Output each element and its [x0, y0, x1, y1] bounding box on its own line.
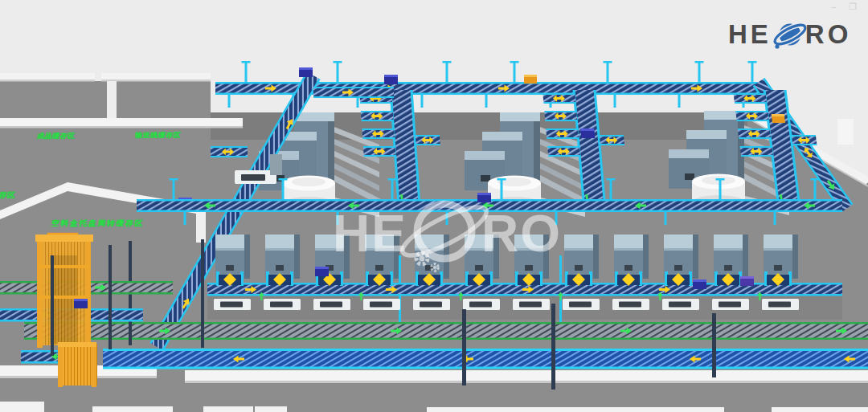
- conveyor-return-lower: [103, 349, 868, 369]
- conveyor-return-upper: [24, 322, 868, 340]
- restore-button[interactable]: ❐: [849, 2, 857, 11]
- window-controls: – ❐: [831, 2, 857, 11]
- logo-text-left: HE: [728, 19, 772, 50]
- floor-zone-label: 成品缓存区: [36, 132, 76, 141]
- brand-logo: HE RO: [728, 14, 851, 55]
- minimize-button[interactable]: –: [831, 2, 836, 11]
- conveyor-top-stub: [313, 87, 394, 98]
- simulation-viewport[interactable]: [0, 0, 868, 412]
- logo-text-right: RO: [805, 19, 852, 50]
- floor-zone-label: 空料盒托盘周转缓存区: [51, 218, 145, 229]
- application-window: – ❐: [0, 0, 868, 412]
- floor-zone-label: 输送线缓存区: [134, 131, 182, 141]
- tote-on-diagonal-top: [299, 67, 313, 77]
- saturn-planet-icon: [771, 14, 808, 55]
- floor-zone-label: 缓存区: [0, 190, 16, 201]
